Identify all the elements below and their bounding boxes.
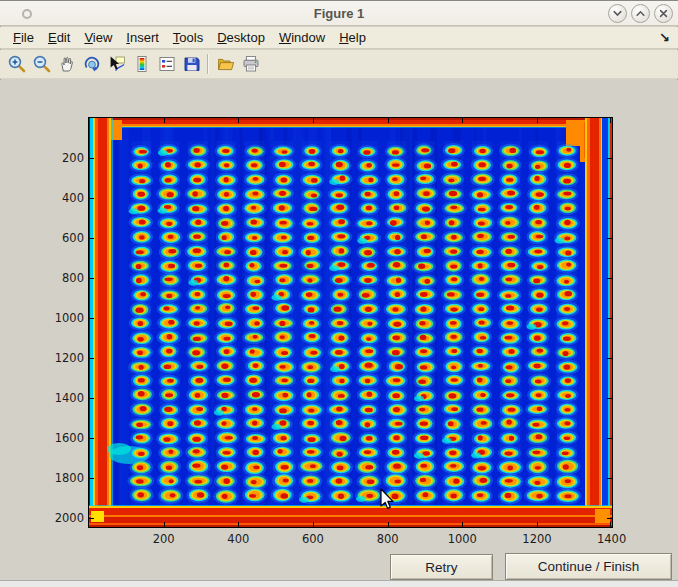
retry-button[interactable]: Retry	[390, 554, 493, 580]
zoom-in-button[interactable]	[4, 52, 29, 76]
figure-toolbar	[0, 50, 678, 79]
data-cursor-button[interactable]	[104, 52, 129, 76]
y-tick-label: 600	[38, 231, 84, 245]
open-file-button[interactable]	[213, 52, 238, 76]
y-tick-label: 1400	[38, 391, 84, 405]
close-icon	[657, 7, 670, 20]
x-tick-label: 200	[136, 532, 192, 546]
menu-tools[interactable]: Tools	[173, 30, 203, 45]
pan-button[interactable]	[54, 52, 79, 76]
window-bottom-edge	[0, 580, 678, 587]
y-tick-label: 1800	[38, 471, 84, 485]
x-tick-label: 1000	[434, 532, 490, 546]
plot-axes	[88, 117, 613, 528]
y-tick-label: 800	[38, 271, 84, 285]
x-tick-label: 800	[360, 532, 416, 546]
title-bar: Figure 1	[0, 0, 678, 26]
y-tick-label: 400	[38, 191, 84, 205]
x-tick-label: 600	[285, 532, 341, 546]
zoom-in-icon	[7, 54, 27, 74]
y-tick-label: 1000	[38, 311, 84, 325]
toolbar-separator	[207, 54, 208, 74]
menu-view[interactable]: View	[84, 30, 112, 45]
chevron-down-icon	[611, 7, 624, 20]
y-tick-label: 1200	[38, 351, 84, 365]
legend-icon	[157, 54, 177, 74]
save-figure-button[interactable]	[179, 52, 204, 76]
minimize-button[interactable]	[608, 4, 627, 23]
rotate-3d-icon	[82, 54, 102, 74]
menu-edit[interactable]: Edit	[48, 30, 70, 45]
continue-finish-button[interactable]: Continue / Finish	[505, 553, 672, 580]
hand-pan-icon	[57, 54, 77, 74]
menu-window[interactable]: Window	[279, 30, 325, 45]
chevron-up-icon	[634, 7, 647, 20]
window-title: Figure 1	[0, 6, 678, 21]
printer-icon	[241, 54, 261, 74]
heatmap-canvas	[89, 118, 612, 527]
y-tick-label: 1600	[38, 431, 84, 445]
menu-insert[interactable]: Insert	[126, 30, 159, 45]
menu-file[interactable]: File	[13, 30, 34, 45]
colorbar-icon	[132, 54, 152, 74]
y-tick-label: 200	[38, 151, 84, 165]
close-button[interactable]	[654, 4, 673, 23]
rotate-3d-button[interactable]	[79, 52, 104, 76]
x-tick-label: 1200	[509, 532, 565, 546]
x-tick-label: 1400	[584, 532, 640, 546]
menu-desktop[interactable]: Desktop	[217, 30, 265, 45]
y-tick-label: 2000	[38, 511, 84, 525]
save-icon	[182, 54, 202, 74]
menu-help[interactable]: Help	[339, 30, 366, 45]
window-controls	[608, 4, 673, 23]
open-folder-icon	[216, 54, 236, 74]
print-figure-button[interactable]	[238, 52, 263, 76]
zoom-out-button[interactable]	[29, 52, 54, 76]
dock-figure-icon[interactable]: ↘	[659, 30, 670, 45]
insert-legend-button[interactable]	[154, 52, 179, 76]
insert-colorbar-button[interactable]	[129, 52, 154, 76]
figure-window: Figure 1 File Edit View Insert Tools Des…	[0, 0, 678, 587]
data-cursor-icon	[107, 54, 127, 74]
menu-bar: File Edit View Insert Tools Desktop Wind…	[0, 27, 678, 49]
maximize-button[interactable]	[631, 4, 650, 23]
zoom-out-icon	[32, 54, 52, 74]
x-tick-label: 400	[210, 532, 266, 546]
